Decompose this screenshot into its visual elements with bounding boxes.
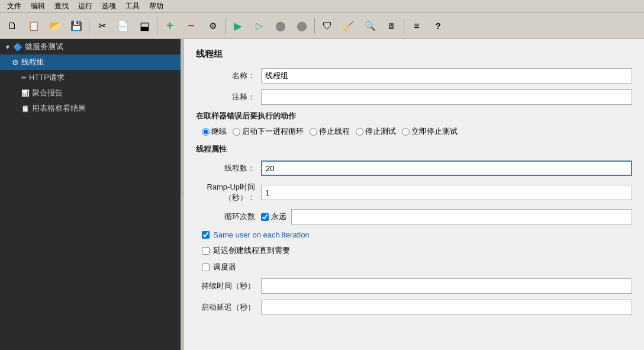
radio-continue[interactable]: 继续 (202, 126, 227, 137)
aggregate-icon: 📊 (21, 89, 30, 97)
menu-run[interactable]: 运行 (73, 0, 97, 12)
duration-label: 持续时间（秒） (196, 281, 261, 291)
name-row: 名称： (196, 68, 632, 84)
sep4 (314, 18, 315, 34)
same-user-row: Same user on each iteration (196, 230, 632, 239)
sidebar-item-aggregate[interactable]: 📊 聚合报告 (0, 85, 181, 101)
paste-button[interactable]: ⬓ (134, 16, 154, 36)
http-icon: ✏ (21, 74, 27, 82)
sidebar-root-label: 微服务测试 (25, 41, 63, 52)
menu-tools[interactable]: 工具 (121, 0, 144, 12)
table-icon: 📋 (21, 105, 30, 113)
same-user-label[interactable]: Same user on each iteration (213, 230, 310, 239)
stop-now-button[interactable]: ⬤ (292, 16, 312, 36)
radio-next-loop[interactable]: 启动下一进程循环 (233, 126, 304, 137)
duration-row: 持续时间（秒） (196, 278, 632, 294)
cut-button[interactable]: ✂ (92, 16, 112, 36)
rampup-label: Ramp-Up时间（秒）： (196, 182, 261, 203)
radio-continue-label: 继续 (211, 126, 227, 137)
add-button[interactable]: + (160, 16, 180, 36)
sidebar-group-label: 线程组 (21, 57, 44, 68)
delay-create-row: 延迟创建线程直到需要 (196, 245, 632, 256)
name-input[interactable] (261, 68, 632, 84)
menu-edit[interactable]: 编辑 (26, 0, 50, 12)
comment-label: 注释： (196, 92, 261, 102)
startup-delay-row: 启动延迟（秒） (196, 300, 632, 315)
sep1 (89, 18, 89, 34)
page-title: 线程组 (196, 49, 632, 60)
loop-row: 循环次数 永远 (196, 209, 632, 224)
duration-input[interactable] (261, 278, 632, 294)
sidebar-root-item[interactable]: ▼ 🔷 微服务测试 (0, 39, 181, 54)
template-button[interactable]: 📋 (24, 16, 44, 36)
remote-button[interactable]: 🖥 (381, 16, 401, 36)
radio-stop-test-label: 停止测试 (365, 126, 396, 137)
search-button[interactable]: 🔍 (360, 16, 380, 36)
new-button[interactable]: 🗋 (2, 16, 22, 36)
loop-count-input[interactable] (291, 209, 632, 224)
radio-next-loop-input[interactable] (233, 128, 240, 136)
broom-button[interactable]: 🧹 (339, 16, 359, 36)
root-collapse-icon: ▼ (5, 44, 11, 50)
radio-stop-now-input[interactable] (402, 128, 410, 136)
menu-options[interactable]: 选项 (97, 0, 121, 12)
menubar: 文件 编辑 查找 运行 选项 工具 帮助 (0, 0, 644, 13)
start-button[interactable]: ▶ (228, 16, 248, 36)
delay-create-checkbox[interactable] (202, 247, 210, 255)
shield-button[interactable]: 🛡 (317, 16, 337, 36)
open-button[interactable]: 📂 (45, 16, 65, 36)
content-panel: 线程组 名称： 注释： 在取样器错误后要执行的动作 继续 启动下一进程循环 停止… (184, 39, 644, 350)
menu-help[interactable]: 帮助 (144, 0, 168, 12)
sidebar-item-http[interactable]: ✏ HTTP请求 (0, 70, 181, 85)
radio-stop-thread[interactable]: 停止线程 (310, 126, 350, 137)
action-radio-group: 继续 启动下一进程循环 停止线程 停止测试 立即停止测试 (196, 126, 632, 137)
sep3 (225, 18, 226, 34)
thread-count-label: 线程数： (196, 163, 261, 174)
radio-stop-now-label: 立即停止测试 (411, 126, 458, 137)
remove-button[interactable]: − (181, 16, 201, 36)
start-no-pause-button[interactable]: ▷ (249, 16, 269, 36)
radio-stop-now[interactable]: 立即停止测试 (402, 126, 458, 137)
copy-button[interactable]: 📄 (113, 16, 133, 36)
radio-stop-thread-input[interactable] (310, 128, 317, 136)
startup-delay-label: 启动延迟（秒） (196, 302, 261, 313)
radio-continue-input[interactable] (202, 128, 210, 136)
sep2 (157, 18, 157, 34)
radio-stop-test-input[interactable] (356, 128, 363, 136)
browse-button[interactable]: ⚙ (202, 16, 223, 36)
delay-create-label[interactable]: 延迟创建线程直到需要 (213, 245, 290, 256)
rampup-input[interactable] (261, 185, 632, 200)
scheduler-row: 调度器 (196, 262, 632, 272)
scheduler-label[interactable]: 调度器 (213, 262, 236, 272)
radio-next-loop-label: 启动下一进程循环 (242, 126, 304, 137)
group-settings-icon: ⚙ (12, 58, 19, 67)
scheduler-checkbox[interactable] (202, 264, 210, 271)
loop-label: 循环次数 (196, 211, 261, 222)
name-label: 名称： (196, 70, 261, 81)
loop-forever-check: 永远 (261, 211, 286, 222)
menu-find[interactable]: 查找 (50, 0, 73, 12)
comment-row: 注释： (196, 89, 632, 105)
loop-forever-label[interactable]: 永远 (271, 211, 286, 222)
stop-button[interactable]: ⬤ (271, 16, 291, 36)
sidebar-item-http-label: HTTP请求 (29, 72, 65, 83)
comment-input[interactable] (261, 89, 632, 105)
toolbar: 🗋 📋 📂 💾 ✂ 📄 ⬓ + − ⚙ ▶ ▷ ⬤ ⬤ 🛡 🧹 🔍 🖥 ≡ ? (0, 13, 644, 39)
sidebar: ▼ 🔷 微服务测试 ⚙ 线程组 ✏ HTTP请求 📊 聚合报告 📋 用表格察看结… (0, 39, 181, 350)
thread-props-section-label: 线程属性 (196, 144, 632, 155)
root-icon: 🔷 (13, 43, 22, 52)
sidebar-item-table[interactable]: 📋 用表格察看结果 (0, 101, 181, 116)
thread-count-row: 线程数： (196, 160, 632, 176)
save-button[interactable]: 💾 (66, 16, 86, 36)
radio-stop-test[interactable]: 停止测试 (356, 126, 396, 137)
sidebar-group-item[interactable]: ⚙ 线程组 (0, 54, 181, 70)
radio-stop-thread-label: 停止线程 (319, 126, 350, 137)
startup-delay-input[interactable] (261, 300, 632, 315)
list-button[interactable]: ≡ (407, 16, 427, 36)
menu-file[interactable]: 文件 (2, 0, 26, 12)
thread-count-input[interactable] (261, 160, 632, 176)
same-user-checkbox[interactable] (202, 231, 210, 239)
main-layout: ▼ 🔷 微服务测试 ⚙ 线程组 ✏ HTTP请求 📊 聚合报告 📋 用表格察看结… (0, 39, 644, 350)
loop-forever-checkbox[interactable] (261, 213, 269, 221)
help-button[interactable]: ? (428, 16, 448, 36)
